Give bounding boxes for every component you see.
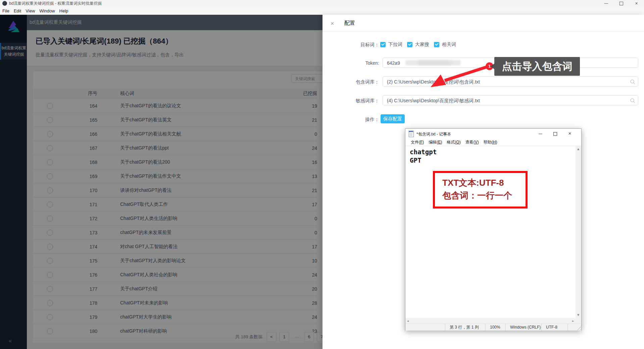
os-menu-view[interactable]: View [26,8,35,13]
maximize-button[interactable] [614,0,629,7]
notepad-menu-H[interactable]: 帮助(H) [481,139,500,145]
checkbox-label: 相关词 [442,42,456,48]
notepad-menu-F[interactable]: 文件(F) [408,139,426,145]
notepad-title: *包含词.txt - 记事本 [416,131,451,137]
checkbox-checked-icon[interactable] [380,42,386,47]
close-button[interactable]: × [629,0,644,7]
checkbox-option-2[interactable]: 大家搜 [407,42,429,48]
scroll-left-icon[interactable]: ◄ [407,319,409,323]
notepad-statusbar: 第 3 行，第 1 列 100% Windows (CRLF) UTF-8 [405,324,581,331]
include-search-icon[interactable] [630,77,635,86]
note-line-2: 包含词：一行一个 [442,189,526,202]
save-config-button[interactable]: 保存配置 [381,114,405,123]
scroll-down-icon[interactable]: ▼ [577,313,579,316]
target-words-label: 目标词： [323,42,379,48]
minimize-icon [604,3,608,4]
notepad-menubar: 文件(F)编辑(E)格式(O)查看(V)帮助(H) [405,139,581,146]
screen: bd流量词权重关键词挖掘 - 权重流量词实时批量挖掘 × FileEditVie… [0,0,644,349]
minimize-button[interactable] [599,0,614,7]
drawer-title: 配置 [344,20,355,27]
drawer-divider [323,32,644,32]
status-line-ending: Windows (CRLF) [505,324,541,331]
app-icon [2,1,7,6]
notepad-line-1: chatgpt [410,148,576,156]
notepad-line-2: GPT [410,156,576,165]
status-zoom-level: 100% [485,324,505,331]
maximize-icon [620,2,623,5]
sensitive-words-value: (4) C:\Users\wp\Desktop\百度挖词\敏感词.txt [387,98,480,103]
include-words-label: 包含词库： [323,79,379,85]
notepad-maximize-button[interactable] [548,129,562,138]
os-window-title: bd流量词权重关键词挖掘 - 权重流量词实时批量挖掘 [9,1,102,6]
include-words-input[interactable]: (2) C:\Users\wp\Desktop\百度挖词\包含词.txt [383,76,638,86]
os-titlebar: bd流量词权重关键词挖掘 - 权重流量词实时批量挖掘 × [0,0,644,7]
checkbox-checked-icon[interactable] [434,42,439,47]
status-cursor-position: 第 3 行，第 1 列 [445,324,485,331]
status-encoding: UTF-8 [541,324,567,331]
token-label: Token: [323,60,379,66]
scroll-right-icon[interactable]: ► [572,319,574,323]
notepad-close-button[interactable]: × [562,129,577,138]
notepad-titlebar[interactable]: *包含词.txt - 记事本 × [405,129,581,139]
os-menu-help[interactable]: Help [59,8,68,13]
target-words-checkbox-group: 下拉词大家搜相关词 [380,42,456,48]
drawer-mask[interactable] [0,15,323,349]
notepad-minimize-button[interactable] [533,129,548,138]
notepad-scroll-corner [576,318,581,324]
checkbox-label: 下拉词 [388,42,402,48]
os-menu-window[interactable]: Window [39,8,55,13]
os-menubar: FileEditViewWindowHelp [0,7,644,15]
annotation-tooltip: 点击导入包含词 [494,57,580,76]
scroll-up-icon[interactable]: ▲ [577,148,579,151]
notepad-menu-O[interactable]: 格式(O) [444,139,463,145]
annotation-note-box: TXT文本:UTF-8 包含词：一行一个 [433,171,528,209]
notepad-menu-E[interactable]: 编辑(E) [426,139,444,145]
maximize-icon [553,132,557,136]
drawer-close-icon[interactable]: × [331,20,334,27]
notepad-icon [409,131,414,137]
sensitive-search-icon[interactable] [630,96,635,105]
checkbox-checked-icon[interactable] [407,42,412,47]
notepad-horizontal-scrollbar[interactable]: ◄ ► [405,318,576,324]
status-empty-segment [567,324,578,331]
sensitive-words-input[interactable]: (4) C:\Users\wp\Desktop\百度挖词\敏感词.txt [383,95,638,105]
notepad-vertical-scrollbar[interactable]: ▲ ▼ [576,146,581,318]
os-menu-edit[interactable]: Edit [14,8,21,13]
notepad-window: *包含词.txt - 记事本 × 文件(F)编辑(E)格式(O)查看(V)帮助(… [405,128,582,331]
action-label: 操作： [323,117,379,123]
checkbox-option-3[interactable]: 相关词 [434,42,456,48]
checkbox-label: 大家搜 [415,42,429,48]
checkbox-option-1[interactable]: 下拉词 [380,42,402,48]
sensitive-words-label: 敏感词库： [323,98,379,104]
notepad-menu-V[interactable]: 查看(V) [463,139,481,145]
note-line-1: TXT文本:UTF-8 [442,176,526,189]
minimize-icon [539,134,542,134]
os-menu-file[interactable]: File [2,8,9,13]
